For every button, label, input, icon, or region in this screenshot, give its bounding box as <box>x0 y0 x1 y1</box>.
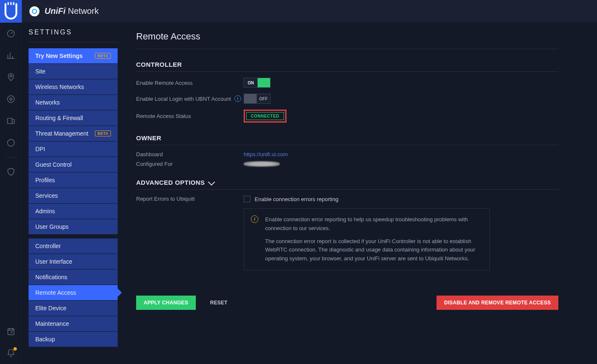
svg-point-2 <box>7 96 14 103</box>
nav-threat-management[interactable]: Threat Management BETA <box>29 126 118 141</box>
toggle-knob <box>244 94 257 103</box>
svg-point-1 <box>10 75 12 77</box>
nav-services[interactable]: Services <box>29 188 118 203</box>
svg-rect-5 <box>12 119 14 123</box>
report-errors-label: Report Errors to Ubiquiti <box>136 196 244 202</box>
local-login-label: Enable Local Login with UBNT Account i <box>136 95 244 102</box>
nav-label: Services <box>35 192 58 199</box>
action-row: APPLY CHANGES RESET DISABLE AND REMOVE R… <box>136 296 558 310</box>
logo[interactable] <box>0 0 22 23</box>
nav-controller[interactable]: Controller <box>29 238 118 254</box>
nav-group-controller: Controller User Interface Notifications … <box>29 238 118 347</box>
section-owner-heading: OWNER <box>136 134 558 145</box>
notification-dot <box>13 347 17 351</box>
section-controller-heading: CONTROLLER <box>136 61 558 72</box>
map-icon[interactable] <box>3 69 19 86</box>
nav-label: Wireless Networks <box>35 84 84 90</box>
nav-label: Controller <box>35 243 61 249</box>
info-icon[interactable]: i <box>234 95 241 102</box>
enable-remote-access-label: Enable Remote Access <box>136 80 244 86</box>
svg-point-6 <box>7 139 14 147</box>
nav-backup[interactable]: Backup <box>29 332 118 347</box>
configured-for-value-redacted <box>244 161 280 167</box>
disable-remote-access-button[interactable]: DISABLE AND REMOVE REMOTE ACCESS <box>437 296 558 310</box>
nav-label: Routing & Firewall <box>35 115 83 121</box>
advanced-options-toggle[interactable]: ADVANCED OPTIONS <box>136 179 558 190</box>
enable-remote-access-toggle[interactable]: ON <box>244 78 271 88</box>
nav-label: Site <box>35 68 45 75</box>
devices-icon[interactable] <box>3 91 19 107</box>
controller-status-dot[interactable] <box>29 6 39 16</box>
main-content: Remote Access CONTROLLER Enable Remote A… <box>124 23 597 364</box>
nav-label: DPI <box>35 146 45 152</box>
page-title: Remote Access <box>136 31 558 49</box>
info-box: i Enable connection error reporting to h… <box>244 208 490 270</box>
nav-label: Maintenance <box>35 320 69 327</box>
notifications-icon[interactable] <box>3 345 19 361</box>
toggle-knob <box>258 78 270 87</box>
settings-sidebar: SETTINGS Try New Settings BETA Site Wire… <box>22 23 124 364</box>
nav-networks[interactable]: Networks <box>29 95 118 110</box>
nav-group-site: Try New Settings BETA Site Wireless Netw… <box>29 48 118 234</box>
sidebar-heading: SETTINGS <box>29 29 118 42</box>
info-icon: i <box>251 215 258 223</box>
chevron-down-icon <box>208 178 215 186</box>
nav-label: Threat Management <box>35 130 88 137</box>
nav-label: Guest Control <box>35 161 71 168</box>
nav-maintenance[interactable]: Maintenance <box>29 316 118 331</box>
events-icon[interactable] <box>3 323 19 340</box>
apply-changes-button[interactable]: APPLY CHANGES <box>136 296 196 310</box>
info-paragraph-1: Enable connection error reporting to hel… <box>265 215 483 233</box>
nav-user-interface[interactable]: User Interface <box>29 254 118 269</box>
nav-guest-control[interactable]: Guest Control <box>29 157 118 172</box>
toggle-on-label: ON <box>244 78 258 87</box>
status-highlight-box: CONNECTED <box>244 110 287 123</box>
local-login-text: Enable Local Login with UBNT Account <box>136 96 231 102</box>
nav-label: User Interface <box>35 258 72 265</box>
nav-notifications[interactable]: Notifications <box>29 270 118 285</box>
toggle-off-label: OFF <box>257 94 270 103</box>
beta-badge: BETA <box>95 53 111 59</box>
insights-icon[interactable] <box>3 134 19 151</box>
configured-for-label: Configured For <box>136 161 244 167</box>
nav-label: Admins <box>35 208 55 215</box>
nav-user-groups[interactable]: User Groups <box>29 219 118 234</box>
nav-remote-access[interactable]: Remote Access <box>29 285 118 300</box>
nav-label: Remote Access <box>35 289 76 296</box>
connected-badge: CONNECTED <box>246 112 284 120</box>
app-header: UniFi Network <box>22 0 597 23</box>
brand-suffix: Network <box>66 6 99 16</box>
nav-site[interactable]: Site <box>29 64 118 79</box>
brand-name: UniFi <box>45 6 66 16</box>
nav-label: Try New Settings <box>35 52 83 59</box>
beta-badge: BETA <box>95 131 111 136</box>
security-icon[interactable] <box>3 163 19 180</box>
nav-routing-firewall[interactable]: Routing & Firewall <box>29 110 118 126</box>
nav-label: Backup <box>35 336 55 343</box>
rail-divider <box>6 157 16 157</box>
nav-admins[interactable]: Admins <box>29 204 118 219</box>
report-errors-checkbox-label: Enable connection errors reporting <box>255 196 338 202</box>
icon-rail <box>0 0 22 364</box>
nav-profiles[interactable]: Profiles <box>29 173 118 188</box>
nav-try-new-settings[interactable]: Try New Settings BETA <box>29 48 118 63</box>
nav-label: User Groups <box>35 223 68 230</box>
report-errors-checkbox[interactable] <box>244 196 250 202</box>
reset-button[interactable]: RESET <box>203 296 235 310</box>
nav-label: Networks <box>35 99 60 106</box>
nav-label: Profiles <box>35 177 55 183</box>
dashboard-icon[interactable] <box>3 25 19 42</box>
header-title: UniFi Network <box>45 6 99 16</box>
svg-rect-7 <box>8 329 14 335</box>
dashboard-link[interactable]: https://unifi.ui.com <box>244 151 288 157</box>
remote-access-status-label: Remote Access Status <box>136 113 244 119</box>
local-login-toggle[interactable]: OFF <box>244 94 271 104</box>
nav-label: Notifications <box>35 274 67 280</box>
nav-dpi[interactable]: DPI <box>29 141 118 157</box>
svg-point-3 <box>10 98 12 100</box>
nav-elite-device[interactable]: Elite Device <box>29 301 118 316</box>
dashboard-label: Dashboard <box>136 151 244 157</box>
clients-icon[interactable] <box>3 113 19 129</box>
nav-wireless-networks[interactable]: Wireless Networks <box>29 79 118 94</box>
statistics-icon[interactable] <box>3 47 19 64</box>
